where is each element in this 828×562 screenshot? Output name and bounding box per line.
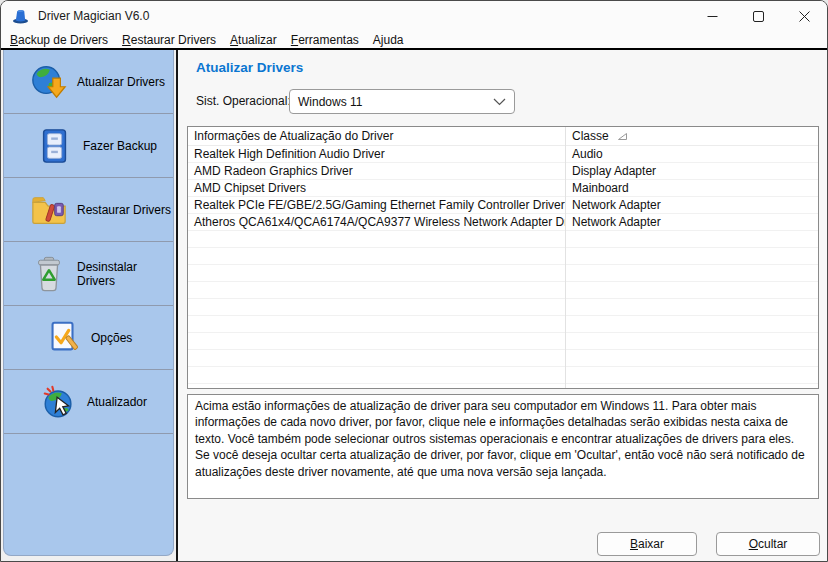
hide-button[interactable]: Ocultar	[716, 532, 820, 556]
minimize-icon	[707, 11, 718, 22]
table-header-row: Informações de Atualização do Driver Cla…	[188, 127, 818, 146]
table-row[interactable]: Realtek High Definition Audio Driver Aud…	[188, 146, 818, 163]
sidebar-item-label: Fazer Backup	[83, 139, 157, 153]
download-button[interactable]: Baixar	[597, 532, 697, 556]
sidebar-item-label: Atualizar Drivers	[77, 75, 165, 89]
os-label: Sist. Operacional:	[196, 94, 291, 108]
titlebar: Driver Magician V6.0	[1, 1, 827, 31]
main-panel: Atualizar Drivers Sist. Operacional: Win…	[178, 50, 827, 561]
globe-cursor-icon	[40, 383, 78, 421]
clipboard-check-icon	[44, 319, 82, 357]
sidebar-item-label: Atualizador	[87, 395, 147, 409]
close-icon	[799, 11, 810, 22]
trash-recycle-icon	[30, 255, 68, 293]
table-row-empty	[188, 231, 818, 248]
chevron-down-icon	[493, 98, 506, 106]
table-row-empty	[188, 384, 818, 389]
sidebar-item-restaurar-drivers[interactable]: Restaurar Drivers	[4, 178, 173, 242]
maximize-icon	[753, 11, 764, 22]
os-selected-value: Windows 11	[298, 95, 362, 109]
sidebar: Atualizar Drivers Fazer Backup	[3, 50, 174, 556]
table-row-empty	[188, 282, 818, 299]
menu-ferramentas[interactable]: Ferramentas	[284, 31, 366, 48]
column-header-driver-info[interactable]: Informações de Atualização do Driver	[188, 129, 565, 143]
sidebar-item-label: Restaurar Drivers	[77, 203, 171, 217]
table-row-empty	[188, 316, 818, 333]
sidebar-item-desinstalar-drivers[interactable]: Desinstalar Drivers	[4, 242, 173, 306]
menu-atualizar[interactable]: Atualizar	[223, 31, 284, 48]
sidebar-item-opcoes[interactable]: Opções	[4, 306, 173, 370]
table-row-empty	[188, 248, 818, 265]
table-row-empty	[188, 265, 818, 282]
column-header-classe[interactable]: Classe	[565, 129, 818, 143]
close-button[interactable]	[781, 1, 827, 31]
folder-tools-icon	[30, 191, 68, 229]
os-select[interactable]: Windows 11	[289, 89, 515, 114]
table-row-empty	[188, 333, 818, 350]
table-row[interactable]: AMD Radeon Graphics Driver Display Adapt…	[188, 163, 818, 180]
archive-cabinet-icon	[36, 127, 74, 165]
menubar: Backup de Drivers Restaurar Drivers Atua…	[1, 31, 827, 50]
app-logo-magician-hat-icon	[12, 8, 29, 25]
globe-download-icon	[30, 63, 68, 101]
menu-ajuda[interactable]: Ajuda	[366, 31, 411, 48]
sidebar-item-label: Desinstalar Drivers	[77, 260, 173, 288]
table-row-empty	[188, 367, 818, 384]
sidebar-item-label: Opções	[91, 331, 132, 345]
table-row[interactable]: AMD Chipset Drivers Mainboard	[188, 180, 818, 197]
sidebar-item-atualizar-drivers[interactable]: Atualizar Drivers	[4, 50, 173, 114]
window-controls	[689, 1, 827, 31]
column-separator	[565, 127, 566, 388]
app-window: Driver Magician V6.0 Backup de Drivers R…	[0, 0, 828, 562]
sidebar-column: Atualizar Drivers Fazer Backup	[1, 50, 178, 561]
maximize-button[interactable]	[735, 1, 781, 31]
client-area: Atualizar Drivers Fazer Backup	[1, 50, 827, 561]
table-row[interactable]: Atheros QCA61x4/QCA6174A/QCA9377 Wireles…	[188, 214, 818, 231]
table-row[interactable]: Realtek PCIe FE/GBE/2.5G/Gaming Ethernet…	[188, 197, 818, 214]
table-row-empty	[188, 350, 818, 367]
window-title: Driver Magician V6.0	[38, 9, 149, 23]
table-row-empty	[188, 299, 818, 316]
sidebar-item-fazer-backup[interactable]: Fazer Backup	[4, 114, 173, 178]
minimize-button[interactable]	[689, 1, 735, 31]
sort-indicator-icon	[617, 132, 628, 141]
menu-restaurar-drivers[interactable]: Restaurar Drivers	[115, 31, 223, 48]
page-title: Atualizar Drivers	[196, 60, 303, 75]
menu-backup-de-drivers[interactable]: Backup de Drivers	[3, 31, 115, 48]
driver-description-textbox[interactable]: Acima estão informações de atualização d…	[187, 394, 819, 499]
driver-update-table[interactable]: Informações de Atualização do Driver Cla…	[187, 126, 819, 389]
sidebar-item-atualizador[interactable]: Atualizador	[4, 370, 173, 434]
